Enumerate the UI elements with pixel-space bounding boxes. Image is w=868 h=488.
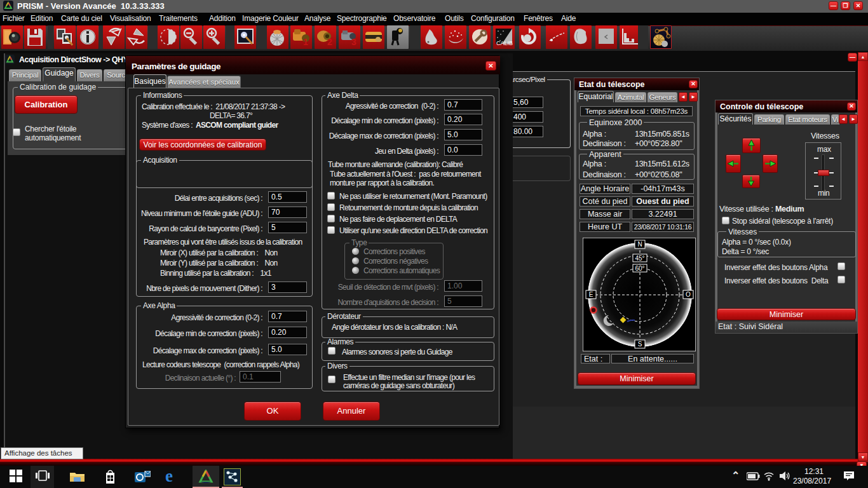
svg-text:45°: 45°	[635, 255, 644, 262]
svg-text:2: 2	[327, 37, 332, 47]
svg-text:60°: 60°	[635, 265, 644, 272]
svg-text:O: O	[686, 291, 691, 298]
svg-text:N: N	[637, 241, 642, 248]
svg-text:S: S	[638, 341, 642, 348]
svg-text:CALIB: CALIB	[496, 40, 513, 46]
svg-text:3: 3	[351, 37, 356, 47]
svg-text:E: E	[589, 291, 593, 298]
svg-text:1: 1	[303, 37, 308, 47]
